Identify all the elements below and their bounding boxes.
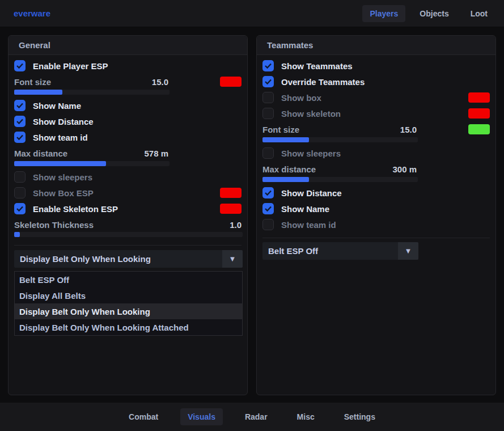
dropdown-selected-value: Belt ESP Off [262, 246, 318, 256]
checkbox-label: Override Teammates [281, 77, 365, 87]
tab-loot[interactable]: Loot [463, 5, 495, 22]
chevron-down-icon[interactable]: ▼ [398, 242, 418, 260]
checkbox-show-teammates[interactable] [262, 60, 274, 71]
row-skeleton-thickness: Skeleton Thickness 1.0 [14, 217, 242, 233]
checkbox-label: Show sleepers [281, 149, 341, 158]
row-show-team-id[interactable]: Show team id [262, 217, 490, 233]
checkbox-show-team-id[interactable] [262, 219, 274, 230]
slider-value: 300 m [392, 164, 417, 174]
check-icon [265, 63, 272, 69]
row-override-teammates[interactable]: Override Teammates [262, 74, 490, 90]
row-show-skeleton[interactable]: Show skeleton [262, 105, 490, 121]
checkbox-enable-skeleton-esp[interactable] [14, 203, 26, 214]
divider [14, 245, 242, 246]
checkbox-show-sleepers[interactable] [14, 171, 26, 183]
font-size-slider[interactable] [262, 137, 418, 142]
slider-fill [262, 137, 309, 142]
checkbox-show-box-esp[interactable] [14, 187, 26, 198]
skeleton-color-swatch[interactable] [468, 108, 490, 119]
dropdown-option[interactable]: Belt ESP Off [15, 272, 242, 288]
checkbox-show-distance[interactable] [14, 116, 26, 127]
dropdown-option-highlighted[interactable]: Display Belt Only When Looking [15, 303, 242, 319]
slider-fill [14, 232, 20, 237]
row-show-box-esp[interactable]: Show Box ESP [14, 185, 242, 201]
check-icon [265, 79, 272, 84]
top-bar: everware Players Objects Loot [0, 0, 504, 27]
tab-misc[interactable]: Misc [290, 408, 322, 425]
checkbox-label: Show Teammates [281, 61, 353, 71]
slider-fill [262, 177, 309, 182]
row-max-distance: Max distance 300 m [262, 161, 490, 177]
row-show-distance[interactable]: Show Distance [262, 185, 490, 201]
checkbox-label: Show Box ESP [33, 188, 94, 198]
checkbox-override-teammates[interactable] [262, 76, 274, 87]
checkbox-label: Show team id [281, 220, 336, 230]
skeleton-thickness-slider[interactable] [14, 232, 243, 237]
checkbox-label: Show box [281, 93, 321, 103]
row-max-distance: Max distance 578 m [14, 145, 242, 161]
check-icon [16, 103, 23, 108]
row-enable-skeleton-esp[interactable]: Enable Skeleton ESP [14, 201, 242, 217]
checkbox-label: Show Name [33, 101, 81, 111]
row-show-distance[interactable]: Show Distance [14, 113, 242, 129]
panel-general: General Enable Player ESP Font size 15.0 [8, 35, 248, 395]
belt-esp-dropdown[interactable]: Display Belt Only When Looking ▼ [14, 250, 243, 268]
font-size-slider[interactable] [14, 90, 170, 95]
row-font-size: Font size 15.0 [14, 74, 242, 90]
checkbox-show-box[interactable] [262, 92, 274, 103]
dropdown-selected-value: Display Belt Only When Looking [14, 254, 151, 264]
row-show-sleepers[interactable]: Show sleepers [14, 169, 242, 185]
checkbox-show-sleepers[interactable] [262, 147, 274, 159]
dropdown-option[interactable]: Display Belt Only When Looking Attached [15, 319, 242, 335]
box-color-swatch[interactable] [220, 188, 242, 198]
skeleton-color-swatch[interactable] [220, 204, 242, 214]
checkbox-show-skeleton[interactable] [262, 108, 274, 119]
belt-esp-dropdown[interactable]: Belt ESP Off ▼ [262, 242, 418, 260]
chevron-down-icon[interactable]: ▼ [222, 250, 243, 268]
slider-label: Font size [14, 77, 51, 87]
check-icon [265, 190, 272, 196]
top-tab-strip: Players Objects Loot [362, 5, 495, 22]
tab-radar[interactable]: Radar [238, 408, 275, 425]
panel-teammates: Teammates Show Teammates Override Teamma… [256, 35, 496, 395]
checkbox-label: Enable Player ESP [33, 61, 108, 71]
checkbox-label: Enable Skeleton ESP [33, 204, 118, 214]
slider-value: 15.0 [400, 125, 417, 134]
row-show-name[interactable]: Show Name [262, 201, 490, 217]
cheat-menu-window: everware Players Objects Loot General En… [0, 0, 504, 431]
checkbox-label: Show team id [33, 133, 88, 142]
tab-objects[interactable]: Objects [412, 5, 456, 22]
check-icon [16, 134, 23, 140]
row-show-name[interactable]: Show Name [14, 98, 242, 113]
dropdown-option[interactable]: Display All Belts [15, 288, 242, 303]
row-show-box[interactable]: Show box [262, 90, 490, 105]
row-show-teammates[interactable]: Show Teammates [262, 58, 490, 74]
slider-label: Max distance [14, 149, 67, 158]
checkbox-show-name[interactable] [262, 203, 274, 214]
check-icon [16, 206, 23, 212]
checkbox-show-name[interactable] [14, 100, 26, 111]
max-distance-slider[interactable] [262, 177, 418, 182]
checkbox-show-distance[interactable] [262, 187, 274, 198]
font-color-swatch[interactable] [220, 77, 242, 87]
checkbox-show-team-id[interactable] [14, 132, 26, 143]
checkbox-label: Show Distance [33, 117, 94, 126]
font-color-swatch[interactable] [468, 124, 490, 134]
checkbox-label: Show skeleton [281, 109, 341, 119]
checkbox-label: Show Distance [281, 188, 342, 198]
checkbox-label: Show Name [281, 204, 329, 214]
tab-visuals[interactable]: Visuals [180, 408, 223, 425]
row-enable-player-esp[interactable]: Enable Player ESP [14, 58, 242, 74]
checkbox-enable-player-esp[interactable] [14, 60, 26, 71]
box-color-swatch[interactable] [468, 92, 490, 103]
slider-value: 578 m [144, 149, 168, 158]
check-icon [265, 206, 272, 212]
row-show-sleepers[interactable]: Show sleepers [262, 145, 490, 161]
tab-players[interactable]: Players [362, 5, 405, 22]
tab-settings[interactable]: Settings [337, 408, 383, 425]
bottom-bar: Combat Visuals Radar Misc Settings [0, 403, 504, 431]
tab-combat[interactable]: Combat [121, 408, 166, 425]
row-show-team-id[interactable]: Show team id [14, 129, 242, 145]
max-distance-slider[interactable] [14, 161, 170, 166]
slider-value: 15.0 [152, 77, 168, 87]
